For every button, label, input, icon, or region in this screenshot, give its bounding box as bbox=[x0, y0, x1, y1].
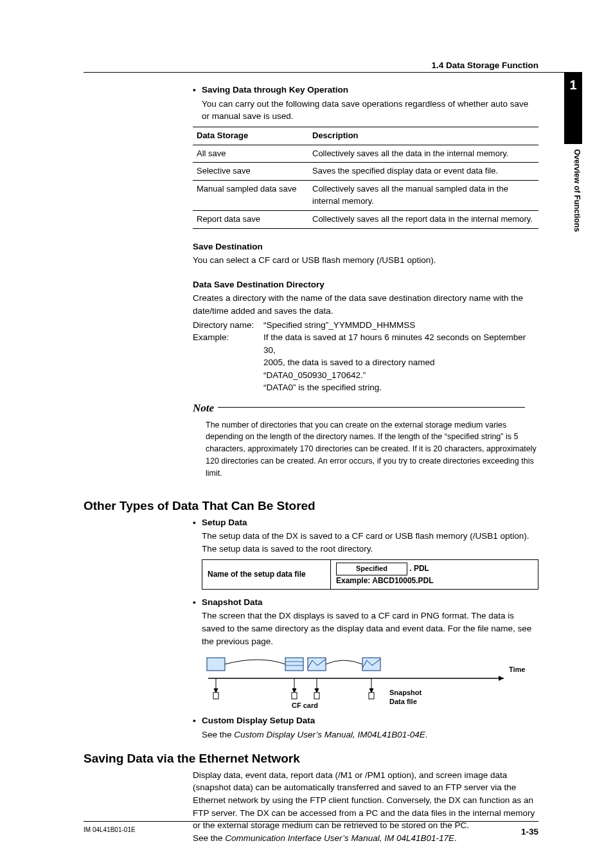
saving-key-op-para: You can carry out the following data sav… bbox=[202, 98, 538, 123]
save-destination-para: You can select a CF card or USB flash me… bbox=[193, 254, 538, 267]
dest-dir-head: Data Save Destination Directory bbox=[193, 278, 538, 291]
saving-key-op-head: • Saving Data through Key Operation bbox=[193, 84, 538, 96]
snapshot-label: Snapshot bbox=[389, 689, 422, 696]
custom-display-head: • Custom Display Setup Data bbox=[193, 714, 538, 727]
page-footer: IM 04L41B01-01E 1-35 bbox=[84, 821, 538, 838]
time-label: Time bbox=[509, 665, 525, 673]
note-body: The number of directories that you can c… bbox=[193, 417, 538, 480]
setup-file-label: Name of the setup data file bbox=[202, 559, 331, 589]
footer-docid: IM 04L41B01-01E bbox=[84, 826, 136, 838]
chapter-number: 1 bbox=[564, 72, 582, 95]
other-types-content: • Setup Data The setup data of the DX is… bbox=[193, 516, 538, 741]
header-breadcrumb: 1.4 Data Storage Function bbox=[431, 59, 538, 72]
th-storage: Data Storage bbox=[193, 127, 308, 145]
main-content: • Saving Data through Key Operation You … bbox=[193, 84, 538, 479]
other-types-heading: Other Types of Data That Can Be Stored bbox=[84, 497, 568, 515]
svg-marker-13 bbox=[369, 689, 373, 692]
footer-page-number: 1-35 bbox=[521, 826, 538, 838]
svg-marker-1 bbox=[499, 676, 504, 681]
svg-marker-11 bbox=[315, 689, 319, 692]
chapter-tab: 1 bbox=[564, 72, 582, 144]
setup-data-head: • Setup Data bbox=[193, 516, 538, 529]
svg-marker-7 bbox=[214, 689, 218, 692]
directory-name-block: Directory name:“Specified string”_YYMMDD… bbox=[193, 319, 538, 394]
svg-rect-2 bbox=[207, 658, 225, 671]
setup-data-para: The setup data of the DX is saved to a C… bbox=[202, 530, 538, 555]
custom-display-para: See the Custom Display User’s Manual, IM… bbox=[202, 728, 538, 741]
setup-file-pattern: Specified . PDL Example: ABCD10005.PDL bbox=[331, 559, 538, 589]
dest-dir-para: Creates a directory with the name of the… bbox=[193, 292, 538, 317]
note-heading: Note bbox=[193, 401, 538, 417]
svg-rect-5 bbox=[362, 658, 380, 671]
snapshot-head: • Snapshot Data bbox=[193, 596, 538, 609]
ethernet-heading: Saving Data via the Ethernet Network bbox=[84, 750, 568, 768]
specified-box: Specified bbox=[336, 563, 407, 575]
data-storage-table: Data Storage Description All saveCollect… bbox=[193, 127, 538, 229]
note-rule bbox=[218, 407, 525, 408]
save-destination-head: Save Destination bbox=[193, 240, 538, 253]
svg-rect-4 bbox=[308, 658, 326, 671]
svg-rect-17 bbox=[369, 692, 374, 699]
datafile-label: Data file bbox=[389, 698, 417, 705]
table-row: All saveCollectively saves all the data … bbox=[193, 145, 538, 163]
setup-file-example: Example: ABCD10005.PDL bbox=[336, 576, 434, 585]
svg-rect-15 bbox=[292, 692, 297, 699]
table-row: Selective saveSaves the specified displa… bbox=[193, 163, 538, 181]
setup-filename-table: Name of the setup data file Specified . … bbox=[202, 559, 538, 590]
svg-rect-3 bbox=[285, 658, 303, 671]
snapshot-svg: Time bbox=[202, 653, 536, 710]
th-description: Description bbox=[308, 127, 538, 145]
svg-rect-14 bbox=[213, 692, 218, 699]
snapshot-diagram: Time bbox=[202, 653, 538, 710]
header-rule bbox=[84, 72, 568, 73]
chapter-title-vertical: Overview of Functions bbox=[567, 149, 582, 232]
cf-card-label: CF card bbox=[292, 701, 318, 709]
svg-marker-9 bbox=[292, 689, 296, 692]
table-row: Manual sampled data saveCollectively sav… bbox=[193, 181, 538, 211]
table-row: Report data saveCollectively saves all t… bbox=[193, 210, 538, 228]
svg-rect-16 bbox=[314, 692, 319, 699]
snapshot-para: The screen that the DX displays is saved… bbox=[202, 610, 538, 647]
page: 1.4 Data Storage Function 1 Overview of … bbox=[0, 0, 613, 868]
